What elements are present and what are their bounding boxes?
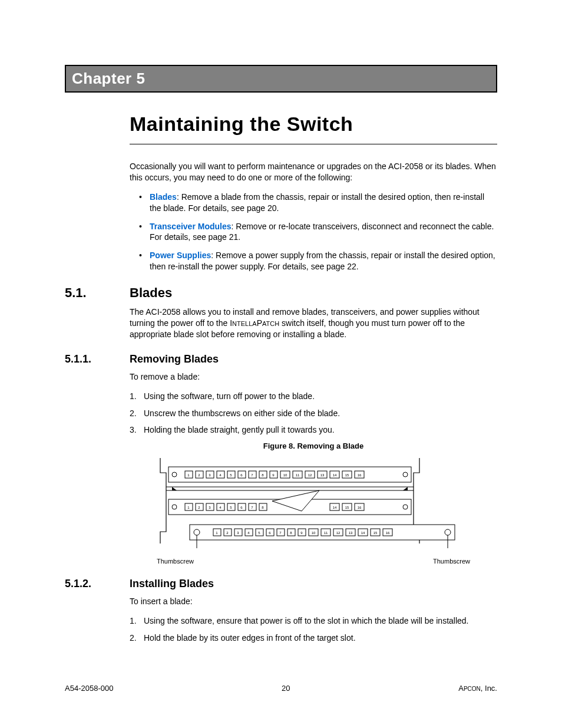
body-text: , Inc. [481, 684, 497, 693]
section-5-1-para: The ACI-2058 allows you to install and r… [130, 307, 497, 340]
footer-page-number: 20 [282, 684, 290, 693]
svg-text:14: 14 [361, 531, 365, 535]
section-5-1-heading: 5.1. Blades [65, 285, 497, 301]
body-text: PCON [464, 686, 481, 692]
svg-text:10: 10 [283, 473, 287, 477]
svg-text:15: 15 [373, 531, 378, 535]
link-blades[interactable]: Blades [150, 192, 177, 202]
remove-steps-list: Using the software, turn off power to th… [130, 391, 497, 436]
body-text: A [458, 684, 464, 693]
svg-text:11: 11 [296, 473, 300, 477]
install-steps-list: Using the software, ensure that power is… [130, 615, 497, 644]
footer-company: APCON, Inc. [458, 684, 497, 693]
page-footer: A54-2058-000 20 APCON, Inc. [65, 684, 497, 693]
section-number: 5.1.2. [65, 578, 130, 590]
section-5-1-1-heading: 5.1.1. Removing Blades [65, 353, 497, 365]
list-item: Hold the blade by its outer edges in fro… [130, 633, 497, 644]
section-number: 5.1. [65, 285, 130, 301]
section-title: Removing Blades [130, 353, 219, 365]
intro-bullet-list: Blades: Remove a blade from the chassis,… [130, 192, 497, 272]
section-title: Installing Blades [130, 578, 214, 590]
svg-text:12: 12 [308, 473, 312, 477]
thumbscrew-label-right: Thumbscrew [433, 558, 470, 565]
install-intro: To insert a blade: [130, 596, 497, 607]
footer-doc-number: A54-2058-000 [65, 684, 113, 693]
figure-caption: Figure 8. Removing a Blade [130, 442, 497, 450]
svg-text:13: 13 [320, 473, 325, 477]
body-text: ATCH [262, 320, 279, 327]
body-text: NTELLA [232, 320, 257, 327]
svg-text:16: 16 [358, 473, 362, 477]
list-item: Using the software, ensure that power is… [130, 615, 497, 627]
svg-text:14: 14 [333, 473, 337, 477]
svg-text:15: 15 [345, 506, 349, 509]
list-item: Blades: Remove a blade from the chassis,… [130, 192, 497, 214]
svg-text:16: 16 [358, 506, 362, 509]
svg-text:16: 16 [386, 531, 390, 535]
link-transceiver-modules[interactable]: Transceiver Modules [150, 222, 232, 231]
link-power-supplies[interactable]: Power Supplies [150, 251, 211, 260]
svg-text:15: 15 [345, 473, 349, 477]
list-item: Power Supplies: Remove a power supply fr… [130, 250, 497, 272]
list-item: Using the software, turn off power to th… [130, 391, 497, 402]
section-number: 5.1.1. [65, 353, 130, 365]
figure-removing-blade: 1 2 3 4 5 6 7 8 9 10 11 12 13 14 15 16 [130, 455, 497, 565]
svg-text:10: 10 [312, 531, 316, 535]
thumbscrew-label-left: Thumbscrew [157, 558, 194, 565]
section-5-1-2-heading: 5.1.2. Installing Blades [65, 578, 497, 590]
list-item-text: : Remove a blade from the chassis, repai… [150, 192, 484, 213]
svg-text:13: 13 [349, 531, 353, 535]
list-item: Holding the blade straight, gently pull … [130, 424, 497, 436]
svg-text:14: 14 [333, 506, 337, 509]
page-title: Maintaining the Switch [130, 113, 497, 136]
blade-diagram-icon: 1 2 3 4 5 6 7 8 9 10 11 12 13 14 15 16 [154, 455, 472, 555]
section-title: Blades [130, 285, 172, 301]
list-item: Transceiver Modules: Remove or re-locate… [130, 221, 497, 243]
list-item: Unscrew the thumbscrews on either side o… [130, 408, 497, 419]
remove-intro: To remove a blade: [130, 371, 497, 383]
intro-paragraph: Occasionally you will want to perform ma… [130, 161, 497, 183]
chapter-bar: Chapter 5 [65, 65, 497, 93]
body-text: P [257, 318, 262, 328]
svg-text:11: 11 [324, 531, 328, 535]
svg-text:12: 12 [336, 531, 340, 535]
title-rule [130, 144, 497, 144]
